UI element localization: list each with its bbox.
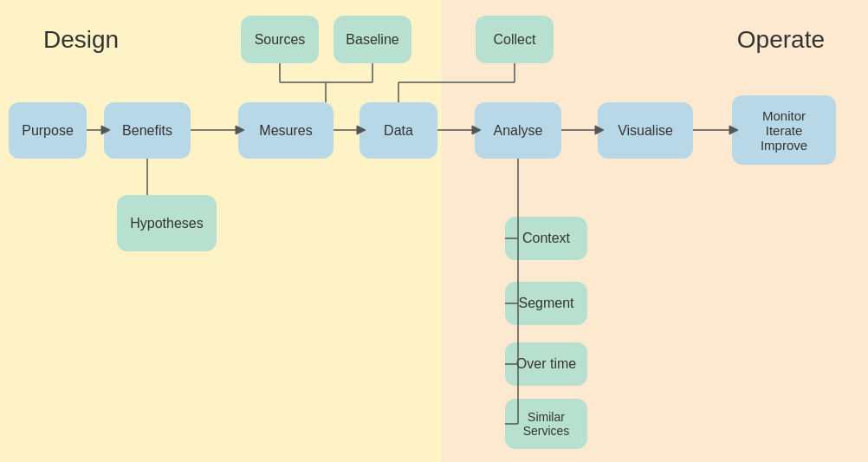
diagram: Purpose Benefits Mesures Data Analyse Vi…	[0, 0, 868, 462]
data-node: Data	[360, 102, 437, 159]
visualise-node: Visualise	[598, 102, 693, 159]
hypotheses-node: Hypotheses	[117, 195, 217, 251]
purpose-node: Purpose	[9, 102, 87, 159]
context-node: Context	[505, 217, 587, 260]
similar-services-node: Similar Services	[505, 399, 587, 449]
monitor-node: Monitor Iterate Improve	[732, 95, 836, 165]
analyse-node: Analyse	[475, 102, 561, 159]
baseline-node: Baseline	[334, 16, 411, 63]
collect-node: Collect	[476, 16, 554, 63]
mesures-node: Mesures	[238, 102, 334, 159]
segment-node: Segment	[505, 282, 587, 325]
sources-node: Sources	[241, 16, 319, 63]
benefits-node: Benefits	[104, 102, 191, 159]
over-time-node: Over time	[505, 342, 587, 386]
